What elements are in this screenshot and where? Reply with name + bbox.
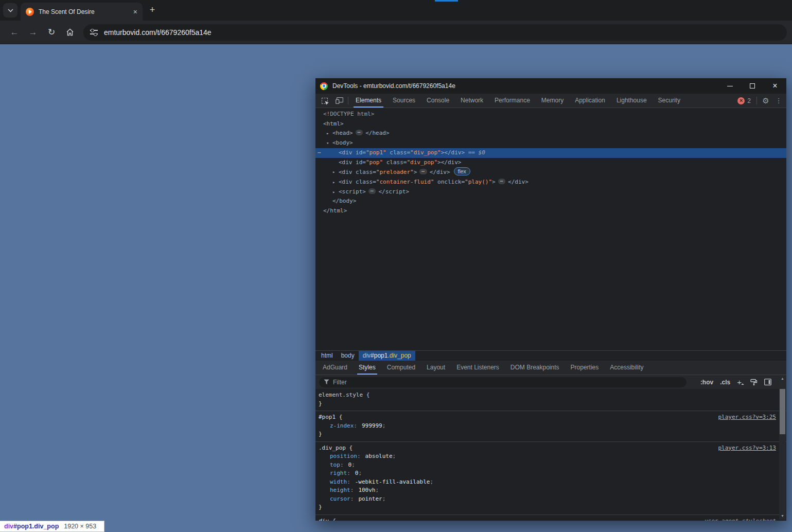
css-selector[interactable]: .div_pop {: [319, 445, 353, 451]
toggle-element-state-button[interactable]: :hov: [700, 379, 713, 386]
dom-tree-row[interactable]: ▾<body>: [315, 138, 786, 148]
css-selector[interactable]: element.style {: [319, 392, 369, 398]
sidebar-layout-button[interactable]: [764, 379, 771, 385]
dom-tree-row[interactable]: </html>: [315, 206, 786, 216]
css-property-value[interactable]: -webkit-fill-available: [355, 478, 430, 485]
css-declaration[interactable]: top:0;: [315, 461, 786, 470]
scroll-down-icon[interactable]: ▼: [779, 512, 786, 520]
dom-tree-row[interactable]: <!DOCTYPE html>: [315, 110, 786, 119]
css-property-name[interactable]: width: [330, 478, 347, 485]
expand-arrow-icon[interactable]: ▸: [332, 167, 335, 177]
collapse-arrow-icon[interactable]: ▾: [326, 138, 329, 148]
rendering-emulations-button[interactable]: [750, 379, 758, 386]
stylesheet-link[interactable]: player.css?v=3:25: [718, 413, 776, 422]
dom-tree-row[interactable]: ▸<div class="container-fluid" onclick="p…: [315, 178, 786, 187]
dom-tree-row[interactable]: ▸<script>⋯</script>: [315, 187, 786, 197]
styles-scrollbar[interactable]: ▲ ▼: [779, 375, 786, 520]
sidebar-tab-adguard[interactable]: AdGuard: [317, 361, 353, 375]
css-property-value[interactable]: 100vh: [358, 487, 375, 493]
tab-search-button[interactable]: [3, 3, 17, 17]
css-selector[interactable]: div {: [319, 518, 336, 521]
settings-gear-icon[interactable]: ⚙: [759, 96, 773, 105]
code-segment: <div id=: [339, 159, 366, 166]
sidebar-tab-layout[interactable]: Layout: [421, 361, 451, 375]
close-button[interactable]: ×: [764, 78, 786, 94]
code-segment: <div class=: [339, 169, 376, 175]
minimize-button[interactable]: [718, 78, 741, 94]
css-property-name[interactable]: height: [330, 487, 350, 493]
styles-filter-input[interactable]: Filter: [319, 377, 687, 387]
expand-arrow-icon[interactable]: ▸: [332, 178, 335, 187]
sidebar-tab-dom-breakpoints[interactable]: DOM Breakpoints: [505, 361, 565, 375]
row-actions-icon[interactable]: ⋯: [318, 148, 322, 158]
reload-icon[interactable]: ↻: [42, 27, 61, 38]
dom-tree-row[interactable]: <div id="pop" class="div_pop"></div>: [315, 158, 786, 168]
device-toolbar-button[interactable]: [332, 94, 346, 108]
back-icon[interactable]: ←: [5, 27, 24, 38]
dom-tree-row[interactable]: <html>: [315, 119, 786, 129]
new-style-rule-button[interactable]: +: [737, 378, 744, 386]
css-property-name[interactable]: top: [330, 462, 340, 468]
expand-arrow-icon[interactable]: ▸: [326, 129, 329, 138]
css-selector[interactable]: #pop1 {: [319, 414, 342, 420]
devtools-tab-elements[interactable]: Elements: [350, 94, 387, 108]
breadcrumb-item[interactable]: body: [337, 351, 359, 361]
devtools-tab-lighthouse[interactable]: Lighthouse: [611, 94, 653, 108]
forward-icon[interactable]: →: [24, 27, 42, 38]
devtools-tab-security[interactable]: Security: [653, 94, 686, 108]
browser-tab[interactable]: The Scent Of Desire ×: [21, 3, 143, 21]
error-badge-icon[interactable]: ×: [737, 97, 745, 104]
devtools-tab-sources[interactable]: Sources: [387, 94, 421, 108]
breadcrumb-item[interactable]: div#pop1.div_pop: [359, 351, 415, 361]
sidebar-tab-computed[interactable]: Computed: [381, 361, 421, 375]
tab-close-icon[interactable]: ×: [133, 8, 137, 15]
expand-arrow-icon[interactable]: ▸: [332, 187, 335, 197]
devtools-tab-console[interactable]: Console: [421, 94, 455, 108]
element-classes-button[interactable]: .cls: [720, 379, 730, 386]
code-segment: ></div>: [441, 149, 465, 156]
breadcrumb-item[interactable]: html: [317, 351, 337, 361]
css-declaration[interactable]: position:absolute;: [315, 452, 786, 461]
css-declaration[interactable]: width:-webkit-fill-available;: [315, 478, 786, 487]
collapsed-content-icon[interactable]: ⋯: [356, 130, 363, 135]
collapsed-content-icon[interactable]: ⋯: [419, 169, 427, 174]
devtools-tab-network[interactable]: Network: [455, 94, 489, 108]
css-declaration[interactable]: right:0;: [315, 469, 786, 478]
css-property-value[interactable]: 999999: [362, 422, 382, 429]
kebab-menu-icon[interactable]: ⋮: [773, 97, 784, 104]
css-property-name[interactable]: z-index: [330, 422, 354, 429]
css-property-name[interactable]: cursor: [330, 495, 350, 502]
scrollbar-thumb[interactable]: [780, 389, 785, 434]
stylesheet-link[interactable]: player.css?v=3:13: [718, 444, 776, 453]
sidebar-tab-event-listeners[interactable]: Event Listeners: [451, 361, 505, 375]
dom-tree-row[interactable]: </body>: [315, 197, 786, 206]
inspect-element-button[interactable]: [318, 94, 332, 108]
dom-tree-row[interactable]: ▸<head>⋯</head>: [315, 129, 786, 138]
css-property-name[interactable]: right: [330, 470, 347, 476]
css-property-name[interactable]: position: [330, 453, 357, 459]
site-settings-icon[interactable]: [90, 29, 98, 35]
sidebar-tab-properties[interactable]: Properties: [565, 361, 605, 375]
sidebar-tab-styles[interactable]: Styles: [353, 361, 381, 375]
css-declaration[interactable]: cursor:pointer;: [315, 495, 786, 504]
css-property-value[interactable]: absolute: [365, 453, 393, 459]
devtools-titlebar[interactable]: DevTools - emturbovid.com/t/6679260f5a14…: [315, 78, 786, 94]
sidebar-tab-accessibility[interactable]: Accessibility: [604, 361, 649, 375]
css-declaration[interactable]: height:100vh;: [315, 486, 786, 495]
scroll-up-icon[interactable]: ▲: [779, 375, 786, 382]
css-property-value[interactable]: pointer: [358, 495, 382, 502]
home-icon[interactable]: [61, 28, 79, 36]
collapsed-content-icon[interactable]: ⋯: [368, 188, 376, 194]
address-bar[interactable]: emturbovid.com/t/6679260f5a14e: [83, 24, 787, 41]
dom-tree-row[interactable]: ⋯<div id="pop1" class="div_pop"></div> =…: [315, 148, 786, 158]
maximize-button[interactable]: [741, 78, 764, 94]
collapsed-content-icon[interactable]: ⋯: [498, 179, 505, 184]
maximize-icon: [750, 83, 755, 88]
css-declaration[interactable]: z-index:999999;: [315, 422, 786, 431]
devtools-tab-application[interactable]: Application: [569, 94, 611, 108]
dom-tree-row[interactable]: ▸<div class="preloader">⋯</div>flex: [315, 167, 786, 178]
flex-badge[interactable]: flex: [454, 167, 470, 175]
new-tab-button[interactable]: +: [146, 5, 159, 15]
devtools-tab-performance[interactable]: Performance: [489, 94, 536, 108]
devtools-tab-memory[interactable]: Memory: [536, 94, 569, 108]
